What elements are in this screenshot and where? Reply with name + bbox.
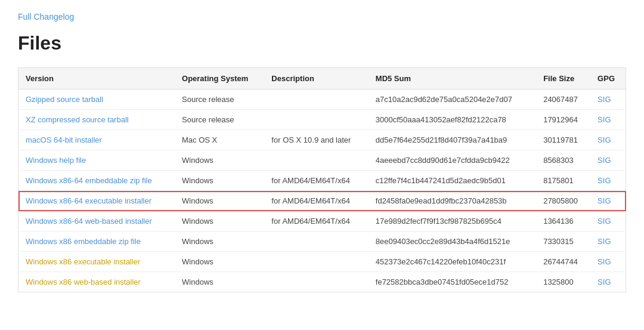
file-description-cell: for OS X 10.9 and later — [264, 130, 368, 150]
file-gpg-cell: SIG — [590, 252, 626, 272]
file-md5-cell: 4aeeebd7cc8dd90d61e7cfdda9cb9422 — [369, 150, 536, 171]
file-description-cell — [264, 272, 368, 292]
file-sig-link[interactable]: SIG — [597, 217, 611, 226]
col-header-gpg: GPG — [590, 68, 626, 90]
file-os-cell: Windows — [175, 211, 264, 232]
file-description-cell: for AMD64/EM64T/x64 — [264, 171, 368, 191]
file-md5-cell: 3000cf50aaa413052aef82fd2122ca78 — [369, 110, 536, 130]
file-version-cell: Windows x86-64 embeddable zip file — [18, 171, 175, 191]
file-description-cell — [264, 232, 368, 252]
table-header-row: Version Operating System Description MD5… — [18, 68, 626, 90]
file-gpg-cell: SIG — [590, 191, 626, 211]
file-version-cell: Windows x86-64 executable installer — [18, 191, 175, 211]
col-header-md5: MD5 Sum — [369, 68, 536, 90]
file-version-link[interactable]: Windows x86-64 embeddable zip file — [26, 176, 152, 185]
table-row: XZ compressed source tarballSource relea… — [18, 110, 626, 130]
file-gpg-cell: SIG — [590, 90, 626, 110]
page-title: Files — [18, 32, 626, 54]
file-gpg-cell: SIG — [590, 110, 626, 130]
file-version-cell: Windows help file — [18, 150, 175, 171]
file-md5-cell: 17e989d2fecf7f9f13cf987825b695c4 — [369, 211, 536, 232]
file-version-cell: Windows x86 embeddable zip file — [18, 232, 175, 252]
table-row: Gzipped source tarballSource releasea7c1… — [18, 90, 626, 110]
file-os-cell: Source release — [175, 110, 264, 130]
files-table: Version Operating System Description MD5… — [18, 67, 626, 292]
file-gpg-cell: SIG — [590, 232, 626, 252]
file-size-cell: 24067487 — [536, 90, 590, 110]
file-version-cell: macOS 64-bit installer — [18, 130, 175, 150]
table-row: Windows x86 web-based installerWindowsfe… — [18, 272, 626, 292]
page-wrapper: Full Changelog Files Version Operating S… — [0, 0, 644, 310]
file-gpg-cell: SIG — [590, 171, 626, 191]
table-row: Windows x86-64 embeddable zip fileWindow… — [18, 171, 626, 191]
file-size-cell: 8568303 — [536, 150, 590, 171]
table-row: Windows x86 embeddable zip fileWindows8e… — [18, 232, 626, 252]
col-header-description: Description — [264, 68, 368, 90]
file-os-cell: Windows — [175, 171, 264, 191]
table-row: Windows help fileWindows4aeeebd7cc8dd90d… — [18, 150, 626, 171]
file-size-cell: 17912964 — [536, 110, 590, 130]
file-description-cell — [264, 252, 368, 272]
file-sig-link[interactable]: SIG — [597, 237, 611, 246]
file-description-cell — [264, 110, 368, 130]
file-version-link[interactable]: Windows x86 embeddable zip file — [26, 237, 141, 246]
file-os-cell: Windows — [175, 232, 264, 252]
file-version-link[interactable]: Windows x86 web-based installer — [26, 277, 141, 286]
files-table-body: Gzipped source tarballSource releasea7c1… — [18, 90, 626, 292]
file-description-cell: for AMD64/EM64T/x64 — [264, 191, 368, 211]
file-version-link[interactable]: Windows x86 executable installer — [26, 257, 140, 266]
file-sig-link[interactable]: SIG — [597, 95, 611, 104]
file-version-cell: XZ compressed source tarball — [18, 110, 175, 130]
table-row: Windows x86-64 executable installerWindo… — [18, 191, 626, 211]
file-version-cell: Gzipped source tarball — [18, 90, 175, 110]
col-header-version: Version — [18, 68, 175, 90]
file-sig-link[interactable]: SIG — [597, 156, 611, 165]
col-header-size: File Size — [536, 68, 590, 90]
file-size-cell: 1364136 — [536, 211, 590, 232]
file-md5-cell: a7c10a2ac9d62de75a0ca5204e2e7d07 — [369, 90, 536, 110]
file-sig-link[interactable]: SIG — [597, 257, 611, 266]
file-size-cell: 8175801 — [536, 171, 590, 191]
file-sig-link[interactable]: SIG — [597, 196, 611, 205]
file-size-cell: 1325800 — [536, 272, 590, 292]
file-sig-link[interactable]: SIG — [597, 277, 611, 286]
file-size-cell: 30119781 — [536, 130, 590, 150]
file-version-link[interactable]: Windows help file — [26, 156, 86, 165]
file-gpg-cell: SIG — [590, 211, 626, 232]
file-version-cell: Windows x86-64 web-based installer — [18, 211, 175, 232]
file-md5-cell: c12ffe7f4c1b447241d5d2aedc9b5d01 — [369, 171, 536, 191]
file-md5-cell: fe72582bbca3dbe07451fd05ece1d752 — [369, 272, 536, 292]
full-changelog-section: Full Changelog — [18, 12, 626, 21]
file-gpg-cell: SIG — [590, 130, 626, 150]
file-gpg-cell: SIG — [590, 272, 626, 292]
file-version-cell: Windows x86 web-based installer — [18, 272, 175, 292]
file-version-link[interactable]: Gzipped source tarball — [26, 95, 103, 104]
table-row: Windows x86-64 web-based installerWindow… — [18, 211, 626, 232]
file-md5-cell: dd5e7f64e255d21f8d407f39a7a41ba9 — [369, 130, 536, 150]
file-size-cell: 7330315 — [536, 232, 590, 252]
file-sig-link[interactable]: SIG — [597, 176, 611, 185]
file-os-cell: Source release — [175, 90, 264, 110]
file-version-link[interactable]: XZ compressed source tarball — [26, 115, 129, 124]
file-version-link[interactable]: Windows x86-64 web-based installer — [26, 217, 152, 226]
file-description-cell — [264, 90, 368, 110]
file-version-link[interactable]: macOS 64-bit installer — [26, 135, 102, 144]
file-description-cell: for AMD64/EM64T/x64 — [264, 211, 368, 232]
file-md5-cell: 8ee09403ec0cc2e89d43b4a4f6d1521e — [369, 232, 536, 252]
file-description-cell — [264, 150, 368, 171]
file-os-cell: Mac OS X — [175, 130, 264, 150]
file-os-cell: Windows — [175, 191, 264, 211]
file-gpg-cell: SIG — [590, 150, 626, 171]
file-os-cell: Windows — [175, 272, 264, 292]
table-row: Windows x86 executable installerWindows4… — [18, 252, 626, 272]
file-os-cell: Windows — [175, 150, 264, 171]
file-version-link[interactable]: Windows x86-64 executable installer — [26, 196, 151, 205]
table-row: macOS 64-bit installerMac OS Xfor OS X 1… — [18, 130, 626, 150]
file-sig-link[interactable]: SIG — [597, 135, 611, 144]
file-md5-cell: 452373e2c467c14220efeb10f40c231f — [369, 252, 536, 272]
col-header-os: Operating System — [175, 68, 264, 90]
full-changelog-link[interactable]: Full Changelog — [18, 12, 74, 21]
file-os-cell: Windows — [175, 252, 264, 272]
file-sig-link[interactable]: SIG — [597, 115, 611, 124]
file-size-cell: 26744744 — [536, 252, 590, 272]
